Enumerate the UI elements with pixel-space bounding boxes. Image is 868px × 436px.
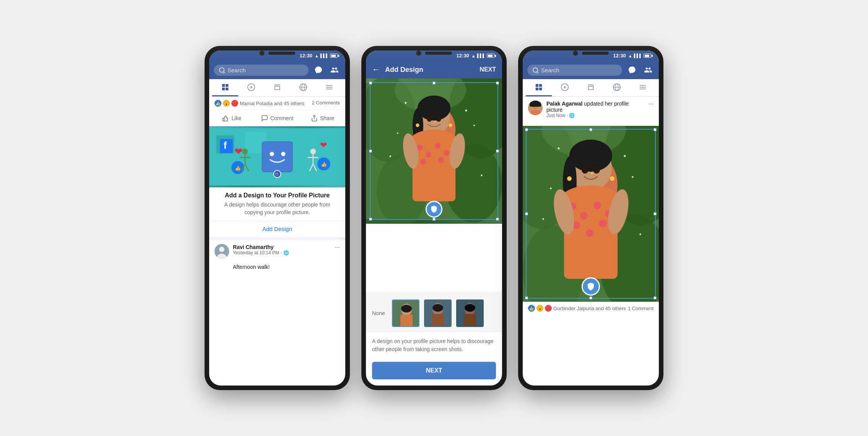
- phone-3-search-bar[interactable]: Search: [527, 65, 622, 76]
- svg-rect-10: [326, 87, 333, 88]
- svg-point-19: [281, 152, 285, 156]
- svg-point-65: [434, 121, 436, 122]
- svg-point-102: [569, 140, 612, 172]
- update-info-3: Palak Agarwal updated her profile pictur…: [546, 101, 645, 118]
- more-icon-3[interactable]: ···: [649, 101, 653, 107]
- wow-icon: 😮: [223, 100, 230, 107]
- phone-1-post-actions: Like Comment Share: [209, 110, 345, 126]
- messenger-icon-3[interactable]: [626, 64, 638, 76]
- next-header-btn-2[interactable]: NEXT: [480, 66, 496, 73]
- svg-point-108: [593, 202, 601, 209]
- people-icon-3[interactable]: [642, 64, 654, 76]
- svg-rect-92: [530, 101, 541, 107]
- svg-point-26: [242, 148, 248, 154]
- more-icon-1[interactable]: ···: [335, 244, 340, 251]
- nav-tab-marketplace-3[interactable]: [578, 79, 604, 96]
- phone-3-inner: 12:30 ▲ ▌▌▌ Search: [523, 50, 659, 386]
- svg-rect-73: [432, 314, 444, 325]
- like-button-1[interactable]: Like: [209, 112, 255, 125]
- add-design-link-1[interactable]: Add Design: [262, 226, 292, 232]
- phone-3-status-icons: ▲ ▌▌▌: [628, 54, 653, 58]
- svg-text:👍: 👍: [235, 165, 241, 171]
- mini-post-content-1: Afternoon walk!: [209, 262, 345, 274]
- nav-tab-marketplace-1[interactable]: [264, 79, 290, 96]
- phone-1-top-bar: [259, 50, 295, 56]
- phone-1-fb-header: Search: [209, 61, 345, 79]
- phones-container: 12:30 ▲ ▌▌▌ Search: [205, 46, 663, 390]
- update-meta-3: Just Now · 🌐: [546, 113, 645, 118]
- back-button-2[interactable]: ←: [372, 65, 380, 75]
- profile-photo-2: [366, 78, 502, 224]
- battery-icon: [330, 54, 339, 58]
- svg-rect-11: [326, 89, 333, 89]
- svg-text:🛡: 🛡: [275, 172, 278, 176]
- update-header-3: Palak Agarwal updated her profile pictur…: [528, 101, 653, 118]
- next-button-2[interactable]: NEXT: [372, 362, 496, 379]
- nav-tab-globe-3[interactable]: [604, 79, 630, 96]
- phone-2-time: 12:30: [457, 53, 469, 59]
- phone-3-bottom-reactions: 👍 😮 ❤️ Gurbinder Jaipuria and 45 others …: [523, 302, 659, 315]
- promo-title-1: Add a Design to Your Profile Picture: [215, 192, 339, 199]
- phone-1-promo-link[interactable]: Add Design: [209, 221, 345, 240]
- phone-3-search-text: Search: [541, 67, 559, 73]
- svg-point-62: [436, 116, 441, 122]
- phone-1-search-bar[interactable]: Search: [214, 65, 309, 76]
- phone-1-inner: 12:30 ▲ ▌▌▌ Search: [209, 50, 345, 386]
- phone-2-filter-strip: None: [366, 292, 502, 332]
- nav-tab-globe-1[interactable]: [290, 79, 316, 96]
- update-time-3: Just Now: [546, 113, 565, 118]
- love-icon-3: ❤️: [545, 305, 552, 312]
- filter-thumb-2-2[interactable]: [424, 299, 452, 327]
- svg-rect-77: [464, 314, 476, 325]
- search-icon-3: [533, 67, 538, 73]
- phone-1-promo-image: f ❤ ❤ 👍 👍: [209, 126, 345, 187]
- nav-tab-newsfeed-3[interactable]: [526, 79, 552, 96]
- wifi-icon-2: ▲: [471, 54, 476, 58]
- comment-button-1[interactable]: Comment: [255, 112, 300, 125]
- svg-point-39: [219, 247, 224, 252]
- svg-point-68: [401, 305, 412, 312]
- promo-desc-1: A design helps discourage other people f…: [215, 201, 339, 216]
- people-icon[interactable]: [328, 64, 341, 76]
- nav-tab-video-1[interactable]: [238, 79, 264, 96]
- phone-1: 12:30 ▲ ▌▌▌ Search: [205, 46, 350, 390]
- filter-thumb-1-2[interactable]: [392, 299, 419, 327]
- shield-badge-2[interactable]: [426, 201, 442, 218]
- nav-tab-menu-3[interactable]: [630, 79, 656, 96]
- phone-3-speaker: [582, 52, 609, 55]
- shield-badge-3[interactable]: [582, 277, 600, 296]
- phone-2-camera: [416, 50, 421, 56]
- phone-3-top-bar: [573, 50, 609, 56]
- phone-1-status-icons: ▲ ▌▌▌: [315, 54, 339, 58]
- svg-point-107: [580, 212, 588, 220]
- nav-tab-menu-1[interactable]: [316, 79, 342, 96]
- phone-2-status-icons: ▲ ▌▌▌: [471, 54, 496, 58]
- phone-3-time: 12:30: [613, 53, 626, 59]
- svg-point-72: [432, 304, 443, 312]
- phone-1-nav-tabs: [209, 79, 345, 97]
- reaction-icons-3: 👍 😮 ❤️ Gurbinder Jaipuria and 45 others: [528, 305, 626, 312]
- update-globe-icon-3: 🌐: [569, 113, 575, 118]
- phone-2-promo-text: A design on your profile picture helps t…: [366, 332, 502, 359]
- svg-point-61: [427, 116, 432, 122]
- battery-icon-3: [644, 54, 653, 58]
- love-icon: ❤️: [231, 100, 238, 107]
- phone-3-large-photo: [523, 126, 659, 302]
- nav-tab-video-3[interactable]: [552, 79, 578, 96]
- large-photo-container-3: [523, 126, 659, 302]
- nav-tab-newsfeed-1[interactable]: [212, 79, 238, 96]
- phone-1-time: 12:30: [300, 53, 312, 59]
- svg-text:❤: ❤: [234, 146, 243, 157]
- phone-2-photo-area: [366, 78, 502, 292]
- reaction-text-3: Gurbinder Jaipuria and 45 others: [553, 306, 626, 311]
- svg-point-116: [593, 166, 600, 174]
- share-button-1[interactable]: Share: [300, 112, 345, 125]
- svg-point-31: [310, 148, 316, 154]
- filter-thumb-3-2[interactable]: [456, 299, 484, 327]
- svg-rect-3: [226, 88, 228, 90]
- messenger-icon[interactable]: [312, 64, 325, 76]
- design-header-left: ← Add Design: [372, 65, 423, 75]
- signal-icon-2: ▌▌▌: [477, 54, 485, 58]
- phone-3-camera: [573, 50, 578, 56]
- svg-rect-69: [400, 315, 413, 326]
